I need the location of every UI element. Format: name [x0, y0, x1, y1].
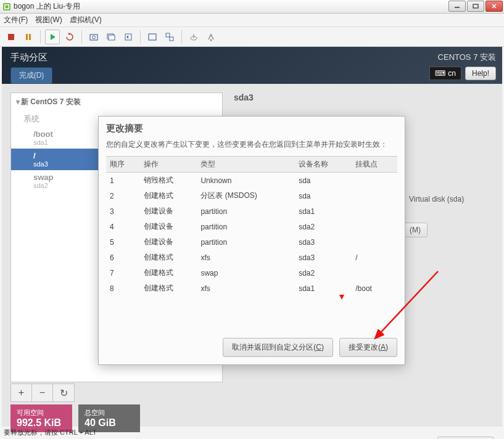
play-icon[interactable] — [45, 30, 60, 44]
col-type[interactable]: 类型 — [197, 157, 295, 173]
svg-rect-12 — [90, 35, 97, 40]
table-row[interactable]: 4创建设备partitionsda2 — [106, 219, 397, 234]
sidebar-toolbar: + − ↻ — [10, 384, 75, 402]
svg-marker-10 — [51, 34, 56, 40]
vmware-icon — [2, 2, 11, 11]
svg-rect-17 — [149, 34, 156, 40]
changes-table: 顺序 操作 类型 设备名称 挂载点 1销毁格式Unknownsda2创建格式分区… — [106, 156, 397, 296]
reload-button[interactable]: ↻ — [53, 384, 74, 401]
sidebar-heading[interactable]: ▾新 CentOS 7 安装 — [11, 93, 222, 111]
snapshot-manage-icon[interactable] — [104, 30, 118, 44]
menu-vm[interactable]: 虚拟机(V) — [70, 15, 102, 25]
minimize-button[interactable] — [448, 1, 466, 12]
col-mount[interactable]: 挂载点 — [352, 157, 397, 173]
devices-icon[interactable] — [186, 30, 201, 44]
chevron-down-icon: ▾ — [16, 97, 20, 106]
done-button[interactable]: 完成(D) — [10, 67, 52, 84]
maximize-button[interactable] — [467, 1, 484, 12]
col-devname[interactable]: 设备名称 — [295, 157, 352, 173]
svg-rect-18 — [166, 33, 170, 37]
window-titlebar: bogon 上的 Liu-专用 — [0, 0, 504, 14]
fullscreen-icon[interactable] — [145, 30, 160, 44]
window-title: bogon 上的 Liu-专用 — [14, 1, 80, 12]
modal-title: 更改摘要 — [106, 123, 397, 134]
restart-icon[interactable] — [62, 30, 77, 44]
cancel-return-button[interactable]: 取消并返回到自定义分区(C) — [223, 338, 333, 357]
menu-file[interactable]: 文件(F) — [4, 15, 28, 25]
product-label: CENTOS 7 安装 — [438, 52, 496, 63]
toolbar — [0, 27, 504, 47]
svg-marker-11 — [68, 33, 71, 35]
modify-button[interactable]: (M) — [403, 223, 428, 237]
table-row[interactable]: 1销毁格式Unknownsda — [106, 173, 397, 189]
unity-icon[interactable] — [162, 30, 177, 44]
detail-pane: sda3 — [234, 92, 254, 102]
table-row[interactable]: 8创建格式xfssda1/boot — [106, 281, 397, 296]
close-button[interactable] — [485, 1, 503, 12]
detail-title: sda3 — [234, 92, 254, 102]
stop-icon[interactable] — [4, 30, 19, 44]
snapshot-icon[interactable] — [86, 30, 101, 44]
svg-rect-8 — [26, 34, 28, 40]
pause-icon[interactable] — [21, 30, 36, 44]
svg-point-13 — [93, 36, 96, 39]
accept-changes-button[interactable]: 接受更改(A) — [339, 338, 397, 357]
menu-view[interactable]: 视图(W) — [35, 15, 62, 25]
keyboard-indicator[interactable]: ⌨cn — [429, 67, 461, 80]
add-partition-button[interactable]: + — [11, 384, 32, 401]
svg-rect-19 — [170, 37, 173, 41]
menubar: 文件(F) 视图(W) 虚拟机(V) — [0, 14, 504, 27]
table-row[interactable]: 7创建格式swapsda2 — [106, 265, 397, 281]
settings-icon[interactable] — [204, 30, 218, 44]
changes-summary-dialog: 更改摘要 您的自定义更改将产生以下变更，这些变更将会在您返回到主菜单并开始安装时… — [98, 116, 405, 365]
col-operation[interactable]: 操作 — [140, 157, 197, 173]
col-order[interactable]: 顺序 — [106, 157, 140, 173]
table-row[interactable]: 6创建格式xfssda3/ — [106, 250, 397, 265]
svg-rect-15 — [109, 35, 115, 40]
revert-icon[interactable] — [121, 30, 136, 44]
page-title: 手动分区 — [10, 52, 52, 64]
svg-rect-4 — [473, 4, 478, 8]
table-row[interactable]: 3创建设备partitionsda1 — [106, 203, 397, 219]
help-button[interactable]: Help! — [465, 67, 496, 80]
table-row[interactable]: 2创建格式分区表 (MSDOS)sda — [106, 188, 397, 203]
installer-header: 手动分区 完成(D) CENTOS 7 安装 ⌨cn Help! — [2, 47, 502, 84]
keyboard-icon: ⌨ — [435, 69, 445, 78]
svg-rect-9 — [29, 34, 31, 40]
reset-all-button[interactable]: 全部重设(R) — [437, 437, 494, 439]
svg-point-21 — [210, 39, 212, 41]
virtual-disk-label: Virtual disk (sda) — [409, 195, 464, 203]
svg-rect-7 — [8, 34, 14, 40]
table-row[interactable]: 5创建设备partitionsda3 — [106, 234, 397, 250]
modal-description: 您的自定义更改将产生以下变更，这些变更将会在您返回到主菜单并开始安装时生效： — [106, 139, 397, 150]
remove-partition-button[interactable]: − — [32, 384, 53, 401]
status-bar: 要释放光标，请按 CTRL + ALT — [4, 428, 97, 437]
svg-rect-2 — [6, 5, 9, 8]
